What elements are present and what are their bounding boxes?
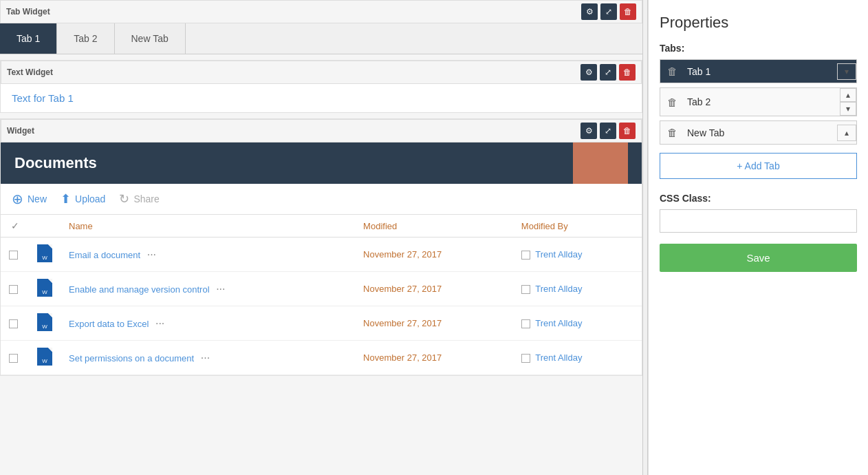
text-widget-label: Text Widget xyxy=(7,67,53,77)
tab-btn-2[interactable]: Tab 2 xyxy=(57,23,114,54)
row-checkbox-0[interactable] xyxy=(9,251,18,260)
documents-gear-btn[interactable]: ⚙ xyxy=(581,123,597,139)
row-check-0[interactable] xyxy=(1,237,29,272)
prop-tab-2-up[interactable]: ▴ xyxy=(840,88,856,102)
row-check-3[interactable] xyxy=(1,341,29,375)
row-ellipsis-1[interactable]: ··· xyxy=(212,282,229,297)
documents-header-bar: Documents xyxy=(1,142,642,184)
row-name-link-0[interactable]: Email a document xyxy=(69,250,140,260)
text-widget-delete-btn[interactable]: 🗑 xyxy=(619,64,636,81)
check-all-icon[interactable]: ✓ xyxy=(11,220,19,231)
table-row: W Export data to Excel ··· November 27, … xyxy=(1,306,642,341)
documents-title: Documents xyxy=(14,154,97,172)
prop-tab-2-down[interactable]: ▾ xyxy=(840,102,856,116)
css-class-label: CSS Class: xyxy=(660,193,857,204)
row-modified-2: November 27, 2017 xyxy=(355,306,513,341)
row-name-1: Enable and manage version control ··· xyxy=(61,272,355,306)
properties-title: Properties xyxy=(660,14,857,32)
row-name-link-1[interactable]: Enable and manage version control xyxy=(69,284,210,295)
prop-tab-1-input[interactable] xyxy=(684,61,837,83)
doc-file-icon-3: W xyxy=(37,348,52,366)
text-widget-gear-btn[interactable]: ⚙ xyxy=(581,64,597,81)
row-icon-1: W xyxy=(29,272,61,306)
documents-delete-btn[interactable]: 🗑 xyxy=(619,123,636,139)
prop-tab-3-input[interactable] xyxy=(684,122,837,144)
text-widget-container: Text Widget ⚙ ⤢ 🗑 Text for Tab 1 xyxy=(0,60,642,113)
tab-widget-gear-btn[interactable]: ⚙ xyxy=(581,3,598,20)
row-name-link-3[interactable]: Set permissions on a document xyxy=(69,353,194,363)
documents-widget-header: Widget ⚙ ⤢ 🗑 xyxy=(1,119,642,142)
row-icon-3: W xyxy=(29,341,61,375)
row-modified-by-3: Trent Allday xyxy=(513,341,642,375)
doc-upload-label: Upload xyxy=(75,193,105,204)
doc-file-icon-1: W xyxy=(37,279,52,297)
doc-new-btn[interactable]: ⊕ New xyxy=(12,191,47,207)
prop-tab-2-input[interactable] xyxy=(684,91,840,113)
documents-widget-actions: ⚙ ⤢ 🗑 xyxy=(581,123,636,139)
col-icon xyxy=(29,215,61,237)
doc-file-icon-0: W xyxy=(37,244,52,262)
documents-expand-btn[interactable]: ⤢ xyxy=(600,123,616,139)
prop-tab-1-delete[interactable]: 🗑 xyxy=(660,60,684,83)
prop-tab-2-order-btns: ▴ ▾ xyxy=(840,88,856,116)
row-modified-by-link-0[interactable]: Trent Allday xyxy=(535,249,582,260)
tab-widget-expand-btn[interactable]: ⤢ xyxy=(600,3,617,20)
tab-widget-header: Tab Widget ⚙ ⤢ 🗑 xyxy=(0,0,642,23)
row-name-0: Email a document ··· xyxy=(61,237,355,272)
row-modified-by-check-0 xyxy=(521,251,530,260)
doc-upload-btn[interactable]: ⬆ Upload xyxy=(61,191,105,207)
documents-color-block xyxy=(573,142,628,184)
row-modified-by-link-1[interactable]: Trent Allday xyxy=(535,284,582,294)
row-icon-0: W xyxy=(29,237,61,272)
row-modified-by-link-2[interactable]: Trent Allday xyxy=(535,318,582,328)
doc-new-icon: ⊕ xyxy=(12,191,23,207)
prop-tab-3-delete[interactable]: 🗑 xyxy=(660,121,684,144)
row-check-2[interactable] xyxy=(1,306,29,341)
text-widget-expand-btn[interactable]: ⤢ xyxy=(600,64,616,81)
table-row: W Set permissions on a document ··· Nove… xyxy=(1,341,642,375)
row-ellipsis-3[interactable]: ··· xyxy=(197,350,214,366)
row-checkbox-3[interactable] xyxy=(9,354,18,363)
text-widget-content: Text for Tab 1 xyxy=(1,84,642,112)
prop-tab-2-delete[interactable]: 🗑 xyxy=(660,91,684,114)
save-btn[interactable]: Save xyxy=(660,244,857,272)
col-modified-by: Modified By xyxy=(513,215,642,237)
row-modified-by-link-3[interactable]: Trent Allday xyxy=(535,352,582,363)
doc-table: ✓ Name Modified Modified By W Email a xyxy=(1,215,642,375)
col-check: ✓ xyxy=(1,215,29,237)
properties-panel: Properties Tabs: 🗑 ▾ 🗑 ▴ ▾ 🗑 ▴ + Add Tab… xyxy=(648,0,868,475)
col-name: Name xyxy=(61,215,355,237)
row-name-link-2[interactable]: Export data to Excel xyxy=(69,319,149,329)
doc-file-icon-2: W xyxy=(37,313,52,331)
text-widget-actions: ⚙ ⤢ 🗑 xyxy=(581,64,636,81)
css-class-input[interactable] xyxy=(660,209,857,233)
vertical-divider xyxy=(642,0,648,475)
doc-share-label: Share xyxy=(133,193,159,204)
documents-widget: Widget ⚙ ⤢ 🗑 Documents ⊕ New ⬆ Upload ↻ xyxy=(0,118,642,376)
text-widget-header: Text Widget ⚙ ⤢ 🗑 xyxy=(1,61,642,84)
doc-toolbar: ⊕ New ⬆ Upload ↻ Share xyxy=(1,184,642,215)
row-check-1[interactable] xyxy=(1,272,29,306)
prop-tab-1-down[interactable]: ▾ xyxy=(837,63,856,80)
tab-widget-delete-btn[interactable]: 🗑 xyxy=(620,3,636,20)
row-modified-0: November 27, 2017 xyxy=(355,237,513,272)
prop-tab-3-up[interactable]: ▴ xyxy=(837,125,856,141)
table-row: W Enable and manage version control ··· … xyxy=(1,272,642,306)
row-modified-by-check-1 xyxy=(521,285,530,294)
prop-tab-row-1: 🗑 ▾ xyxy=(660,59,857,83)
row-checkbox-1[interactable] xyxy=(9,285,18,294)
doc-new-label: New xyxy=(28,193,47,204)
row-ellipsis-0[interactable]: ··· xyxy=(143,247,160,262)
tab-widget-label: Tab Widget xyxy=(6,7,50,17)
tab-btn-3[interactable]: New Tab xyxy=(115,23,186,54)
row-modified-by-1: Trent Allday xyxy=(513,272,642,306)
row-modified-by-check-2 xyxy=(521,319,530,328)
row-icon-2: W xyxy=(29,306,61,341)
doc-share-btn[interactable]: ↻ Share xyxy=(119,191,159,207)
row-checkbox-2[interactable] xyxy=(9,319,18,328)
tab-btn-1[interactable]: Tab 1 xyxy=(0,23,57,54)
add-tab-btn[interactable]: + Add Tab xyxy=(660,153,857,179)
col-modified: Modified xyxy=(355,215,513,237)
row-ellipsis-2[interactable]: ··· xyxy=(151,316,169,331)
row-name-2: Export data to Excel ··· xyxy=(61,306,355,341)
